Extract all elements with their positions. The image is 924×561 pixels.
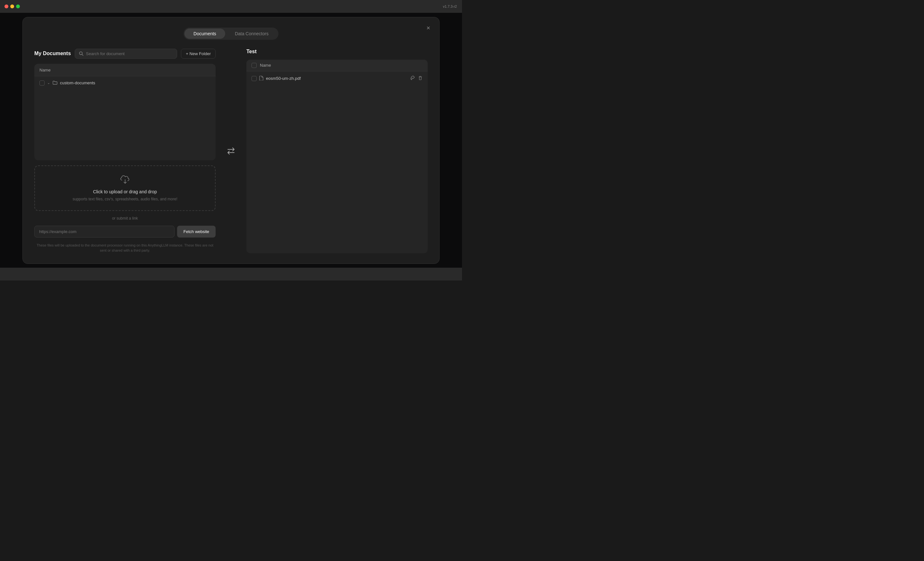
upload-subtitle: supports text files, csv's, spreadsheets… xyxy=(72,197,177,201)
right-file-actions xyxy=(410,76,423,81)
table-row[interactable]: eosm50-um-zh.pdf xyxy=(246,73,428,84)
workspace-title: Test xyxy=(246,49,256,54)
new-folder-button[interactable]: + New Folder xyxy=(181,49,216,59)
tab-data-connectors[interactable]: Data Connectors xyxy=(226,28,278,39)
modal-tab-bar: Documents Data Connectors xyxy=(34,28,428,40)
traffic-lights xyxy=(4,4,20,8)
bottom-bar xyxy=(0,268,462,280)
file-list-column-name: Name xyxy=(39,67,51,72)
minimize-traffic-light[interactable] xyxy=(10,4,14,8)
file-list-body: ⌄ custom-documents xyxy=(34,76,216,160)
file-list-container: Name ⌄ custom-documents xyxy=(34,64,216,160)
table-row[interactable]: ⌄ custom-documents xyxy=(34,78,216,88)
modal-overlay: Documents Data Connectors × My Documents xyxy=(0,13,462,268)
close-button[interactable]: × xyxy=(424,24,433,33)
row-checkbox[interactable] xyxy=(39,81,45,85)
title-bar: v1.7.3-r2 xyxy=(0,0,462,13)
search-icon xyxy=(79,51,83,56)
left-panel-header: My Documents + New Folder xyxy=(34,49,216,59)
search-input[interactable] xyxy=(86,51,173,56)
upload-cloud-icon xyxy=(120,175,130,185)
right-select-all-checkbox[interactable] xyxy=(252,63,256,68)
url-input[interactable] xyxy=(34,226,174,238)
right-file-name: eosm50-um-zh.pdf xyxy=(266,76,301,81)
folder-name: custom-documents xyxy=(60,81,95,85)
search-box[interactable] xyxy=(75,49,177,59)
transfer-arrows xyxy=(223,49,239,253)
file-list-header: Name xyxy=(34,64,216,76)
tab-documents[interactable]: Documents xyxy=(184,28,225,39)
remove-icon[interactable] xyxy=(418,76,423,81)
tab-group: Documents Data Connectors xyxy=(183,28,279,40)
left-panel: My Documents + New Folder Name xyxy=(34,49,216,253)
close-traffic-light[interactable] xyxy=(4,4,8,8)
right-file-list-header: Name xyxy=(246,60,428,72)
right-file-list-body: eosm50-um-zh.pdf xyxy=(246,72,428,85)
fetch-website-button[interactable]: Fetch website xyxy=(177,226,216,238)
pin-icon[interactable] xyxy=(410,76,415,81)
right-column-name: Name xyxy=(260,63,271,67)
modal-dialog: Documents Data Connectors × My Documents xyxy=(22,17,440,264)
modal-body: My Documents + New Folder Name xyxy=(34,49,428,253)
right-file-list: Name eosm50-um-zh.pdf xyxy=(246,60,428,253)
right-row-checkbox[interactable] xyxy=(252,76,256,81)
right-panel-header: Test xyxy=(246,49,428,54)
document-icon xyxy=(259,76,263,81)
or-submit-link-text: or submit a link xyxy=(34,216,216,221)
folder-icon xyxy=(52,81,57,85)
right-panel: Test Name xyxy=(246,49,428,253)
link-row: Fetch website xyxy=(34,226,216,238)
version-label: v1.7.3-r2 xyxy=(443,4,457,8)
file-list-empty-space xyxy=(34,88,216,159)
upload-zone[interactable]: Click to upload or drag and drop support… xyxy=(34,165,216,211)
chevron-down-icon: ⌄ xyxy=(47,81,50,85)
disclaimer-text: These files will be uploaded to the docu… xyxy=(34,243,216,253)
transfer-icon xyxy=(226,146,236,156)
my-documents-title: My Documents xyxy=(34,51,71,57)
upload-title: Click to upload or drag and drop xyxy=(93,189,157,194)
svg-line-1 xyxy=(82,54,83,56)
fullscreen-traffic-light[interactable] xyxy=(16,4,20,8)
